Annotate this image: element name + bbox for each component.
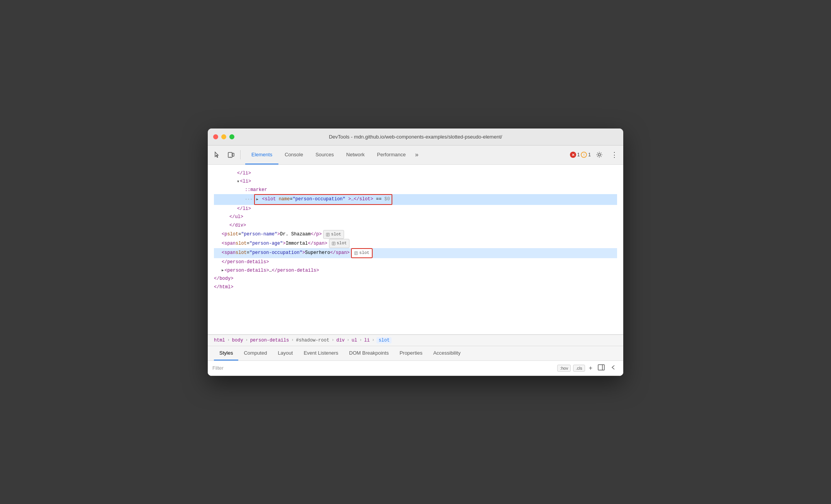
dom-line-occupation[interactable]: <span slot="person-occupation" > Superhe… [214,248,617,258]
tab-accessibility[interactable]: Accessibility [428,346,466,360]
svg-rect-1 [232,153,234,156]
dom-line[interactable]: <p slot="person-name" > Dr. Shazaam </p>… [214,230,617,239]
minimize-button[interactable] [221,134,226,139]
device-icon [227,151,234,158]
chevron-left-icon [610,364,617,371]
slot-badge-icon [332,242,336,245]
dom-line[interactable]: ▼<li> [214,178,617,186]
tab-dom-breakpoints[interactable]: DOM Breakpoints [344,346,394,360]
dom-line: ::marker [214,186,617,194]
breadcrumb-ul[interactable]: ul [352,338,357,343]
warning-icon: ! [581,152,587,158]
tab-layout[interactable]: Layout [272,346,298,360]
menu-button[interactable]: ⋮ [608,149,620,161]
error-count: 1 [577,152,580,157]
slot-badge[interactable]: slot [329,239,349,248]
breadcrumb-shadow-root[interactable]: #shadow-root [296,338,329,343]
menu-icon: ⋮ [611,151,617,158]
toolbar-divider [240,150,241,159]
tab-performance[interactable]: Performance [371,145,412,164]
maximize-button[interactable] [229,134,234,139]
tab-properties[interactable]: Properties [394,346,428,360]
breadcrumb-li[interactable]: li [364,338,370,343]
more-tabs-button[interactable]: » [412,145,422,164]
tab-elements[interactable]: Elements [245,145,278,164]
toggle-sidebar-button[interactable] [596,363,606,373]
dom-line: </div> [214,222,617,230]
dom-line: </li> [214,169,617,178]
titlebar: DevTools - mdn.github.io/web-components-… [208,129,623,145]
settings-button[interactable] [593,149,605,161]
breadcrumb-sep: › [246,338,248,342]
slot-element-outlined: ▶ <slot name="person-occupation" >…</slo… [254,194,392,205]
tab-styles[interactable]: Styles [214,346,238,360]
cursor-icon [214,151,220,158]
svg-point-3 [598,154,600,156]
sidebar-icon [598,364,605,371]
toolbar-right: ✕ 1 ! 1 ⋮ [570,149,620,161]
triangle-icon: ▼ [237,179,239,185]
dom-line: </li> [214,205,617,213]
dom-line: </ul> [214,213,617,222]
breadcrumb-sep: › [372,338,374,342]
tag-text: </li> [237,169,251,178]
breadcrumb-sep: › [227,338,230,342]
triangle-icon: ▶ [222,267,224,274]
gear-icon [596,151,603,158]
breadcrumb-person-details[interactable]: person-details [250,338,289,343]
error-icon: ✕ [570,152,576,158]
hov-button[interactable]: :hov [557,365,571,372]
dots-menu[interactable]: ··· [245,196,253,203]
dom-line[interactable]: <span slot="person-age" > Immortal </spa… [214,239,617,248]
breadcrumb-sep: › [347,338,349,342]
dom-line-selected[interactable]: ··· ▶ <slot name="person-occupation" >…<… [214,194,617,205]
dom-line: </person-details> [214,258,617,267]
tab-event-listeners[interactable]: Event Listeners [298,346,344,360]
more-options-button[interactable] [609,363,619,373]
dom-line[interactable]: ▶ <person-details> … </person-details> [214,267,617,275]
toolbar: Elements Console Sources Network Perform… [208,145,623,165]
svg-point-2 [230,157,231,157]
svg-rect-16 [598,365,604,370]
breadcrumb-div[interactable]: div [336,338,345,343]
breadcrumb-body[interactable]: body [232,338,243,343]
tab-console[interactable]: Console [278,145,309,164]
slot-badge-highlighted: slot [351,248,372,258]
cls-button[interactable]: .cls [573,365,585,372]
tab-computed[interactable]: Computed [238,346,272,360]
slot-badge[interactable]: slot [323,230,344,239]
filter-actions: :hov .cls + [557,363,619,373]
breadcrumb-sep: › [332,338,334,342]
tab-sources[interactable]: Sources [309,145,340,164]
dom-line: </html> [214,283,617,292]
device-icon-button[interactable] [225,149,237,161]
breadcrumb-bar: html › body › person-details › #shadow-r… [208,335,623,346]
dom-line: </body> [214,275,617,283]
tab-network[interactable]: Network [340,145,371,164]
breadcrumb-slot-active[interactable]: slot [376,337,392,343]
styles-panel: Styles Computed Layout Event Listeners D… [208,346,623,376]
pseudo-element: ::marker [245,186,267,194]
close-button[interactable] [213,134,218,139]
breadcrumb-html[interactable]: html [214,338,225,343]
tab-list: Elements Console Sources Network Perform… [245,145,568,164]
slot-badge-red-icon [354,251,358,255]
triangle-icon: ▶ [256,196,258,203]
window-title: DevTools - mdn.github.io/web-components-… [329,134,502,140]
errors-badge[interactable]: ✕ 1 ! 1 [570,152,591,158]
breadcrumb-sep: › [291,338,293,342]
traffic-lights [213,134,234,139]
add-style-button[interactable]: + [587,364,594,372]
slot-badge-icon [326,233,330,237]
cursor-icon-button[interactable] [211,149,223,161]
filter-input[interactable] [212,365,554,371]
styles-tab-list: Styles Computed Layout Event Listeners D… [208,346,623,361]
dom-panel: </li> ▼<li> ::marker ··· ▶ <slot name="p… [208,165,623,335]
filter-bar: :hov .cls + [208,361,623,376]
breadcrumb-sep: › [360,338,362,342]
plus-icon: + [589,365,592,371]
devtools-window: DevTools - mdn.github.io/web-components-… [208,129,623,376]
warning-count: 1 [588,152,591,157]
